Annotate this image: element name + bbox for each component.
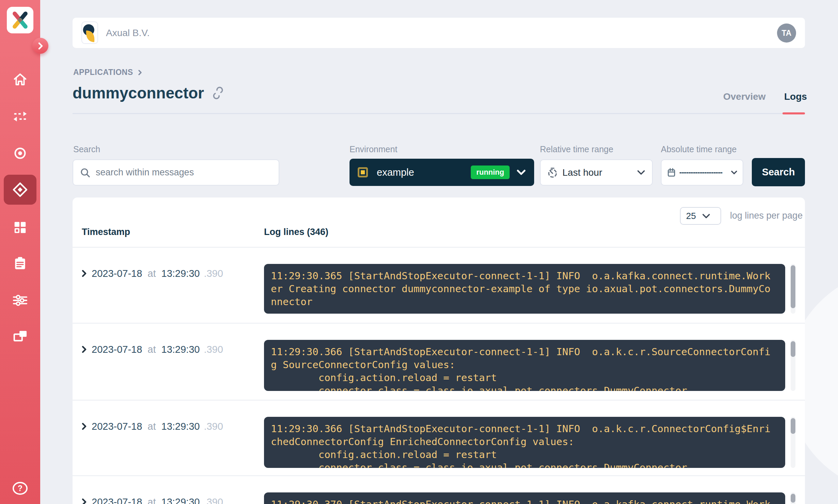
sidebar-item-home[interactable] xyxy=(0,65,40,94)
timer-icon xyxy=(547,167,558,178)
log-table-row: 2023-07-18 at 13:29:30.390 11:29:30.366 … xyxy=(73,324,805,400)
log-at-word: at xyxy=(148,421,156,432)
log-timestamp: 2023-07-18 at 13:29:30.390 xyxy=(82,343,223,356)
tab-logs[interactable]: Logs xyxy=(784,91,807,102)
log-message[interactable]: 11:29:30.365 [StartAndStopExecutor-conne… xyxy=(264,264,785,314)
org-name: Axual B.V. xyxy=(106,18,150,48)
search-button[interactable]: Search xyxy=(752,158,805,186)
log-timestamp: 2023-07-18 at 13:29:30.390 xyxy=(82,495,223,504)
log-date: 2023-07-18 xyxy=(92,421,142,432)
expand-row-icon[interactable] xyxy=(82,498,87,504)
log-time: 13:29:30 xyxy=(161,421,200,432)
expand-row-icon[interactable] xyxy=(82,346,87,353)
home-icon xyxy=(12,72,28,88)
svg-text:?: ? xyxy=(18,484,22,493)
log-message[interactable]: 11:29:30.366 [StartAndStopExecutor-conne… xyxy=(264,340,785,391)
log-message-container: 11:29:30.366 [StartAndStopExecutor-conne… xyxy=(264,340,785,391)
code-scrollbar-thumb[interactable] xyxy=(791,418,795,434)
help-icon: ? xyxy=(12,480,29,497)
code-scrollbar-thumb[interactable] xyxy=(791,265,795,308)
sidebar-item-browse[interactable] xyxy=(0,213,40,242)
log-millis: .390 xyxy=(204,497,223,504)
log-millis: .390 xyxy=(204,344,223,355)
code-scrollbar[interactable] xyxy=(791,264,795,314)
topics-icon xyxy=(12,145,28,161)
sidebar-item-data-flows[interactable] xyxy=(0,102,40,131)
expand-row-icon[interactable] xyxy=(82,270,87,277)
instances-icon xyxy=(12,330,28,344)
code-scrollbar-thumb[interactable] xyxy=(791,341,795,357)
absolute-range-select[interactable]: ------------------- xyxy=(661,159,743,186)
sidebar-item-applications[interactable] xyxy=(4,175,36,205)
log-time: 13:29:30 xyxy=(161,268,200,279)
axual-x-logo-icon xyxy=(10,10,31,31)
org-logo-icon xyxy=(82,22,97,43)
log-date: 2023-07-18 xyxy=(92,497,142,504)
log-table-row: 2023-07-18 at 13:29:30.390 11:29:30.366 … xyxy=(73,400,805,476)
breadcrumb-applications[interactable]: APPLICATIONS xyxy=(73,68,133,77)
calendar-icon xyxy=(667,168,676,177)
org-logo[interactable] xyxy=(81,21,98,44)
expand-row-icon[interactable] xyxy=(82,423,87,430)
top-header-card: Axual B.V. TA xyxy=(73,18,805,48)
chevron-down-icon xyxy=(516,169,526,176)
chevron-down-icon xyxy=(637,170,645,175)
sidebar-item-topics[interactable] xyxy=(0,139,40,168)
breadcrumb-chevron-icon xyxy=(138,69,142,76)
page-title: dummyconnector xyxy=(73,84,204,102)
clipboard-icon xyxy=(13,256,28,271)
log-message-container: 11:29:30.370 [StartAndStopExecutor-conne… xyxy=(264,492,785,504)
log-message[interactable]: 11:29:30.370 [StartAndStopExecutor-conne… xyxy=(264,492,785,504)
log-table-card: 25 log lines per page Timestamp Log line… xyxy=(73,198,805,504)
absolute-range-label: Absolute time range xyxy=(661,144,736,154)
relative-range-select[interactable]: Last hour xyxy=(540,159,653,186)
search-input[interactable] xyxy=(95,167,272,178)
relative-range-value: Last hour xyxy=(562,167,632,178)
status-badge: running xyxy=(471,166,510,179)
environment-label: Environment xyxy=(350,144,397,154)
sidebar: ? xyxy=(0,0,40,504)
code-scrollbar[interactable] xyxy=(791,417,795,468)
environment-icon xyxy=(358,167,368,177)
code-scrollbar-thumb[interactable] xyxy=(791,494,795,503)
absolute-range-value: ------------------- xyxy=(679,168,728,177)
sidebar-item-settings[interactable] xyxy=(0,286,40,315)
per-page-value: 25 xyxy=(686,211,696,221)
log-at-word: at xyxy=(148,497,156,504)
sidebar-expand-button[interactable] xyxy=(32,38,48,54)
sliders-icon xyxy=(12,293,28,308)
search-icon xyxy=(80,168,90,178)
per-page-select[interactable]: 25 xyxy=(680,207,721,225)
sidebar-item-help[interactable]: ? xyxy=(0,474,40,503)
column-header-log-lines: Log lines (346) xyxy=(264,227,328,237)
sidebar-item-instances[interactable] xyxy=(0,322,40,351)
search-label: Search xyxy=(73,144,100,154)
log-date: 2023-07-18 xyxy=(92,344,142,355)
environment-select[interactable]: example running xyxy=(350,159,534,186)
relative-range-label: Relative time range xyxy=(540,144,613,154)
log-date: 2023-07-18 xyxy=(92,268,142,279)
log-timestamp: 2023-07-18 at 13:29:30.390 xyxy=(82,267,223,280)
browse-grid-icon xyxy=(12,220,28,235)
breadcrumb[interactable]: APPLICATIONS xyxy=(73,68,142,77)
sidebar-item-tasks[interactable] xyxy=(0,249,40,278)
code-scrollbar[interactable] xyxy=(791,340,795,391)
chevron-down-icon xyxy=(731,170,737,175)
link-icon[interactable] xyxy=(211,86,225,100)
log-rows: 2023-07-18 at 13:29:30.390 11:29:30.365 … xyxy=(73,248,805,504)
log-message[interactable]: 11:29:30.366 [StartAndStopExecutor-conne… xyxy=(264,417,785,468)
user-avatar[interactable]: TA xyxy=(777,23,796,43)
data-flows-icon xyxy=(12,109,28,124)
per-page-suffix: log lines per page xyxy=(730,210,803,221)
log-table-row: 2023-07-18 at 13:29:30.390 11:29:30.370 … xyxy=(73,476,805,504)
chevron-down-icon xyxy=(702,213,710,219)
axual-x-logo[interactable] xyxy=(7,7,33,33)
code-scrollbar[interactable] xyxy=(791,492,795,504)
tab-overview[interactable]: Overview xyxy=(723,91,766,102)
log-message-container: 11:29:30.365 [StartAndStopExecutor-conne… xyxy=(264,264,785,314)
log-time: 13:29:30 xyxy=(161,497,200,504)
search-field[interactable] xyxy=(73,159,279,186)
log-millis: .390 xyxy=(204,268,223,279)
log-at-word: at xyxy=(148,344,156,355)
log-table-row: 2023-07-18 at 13:29:30.390 11:29:30.365 … xyxy=(73,248,805,324)
